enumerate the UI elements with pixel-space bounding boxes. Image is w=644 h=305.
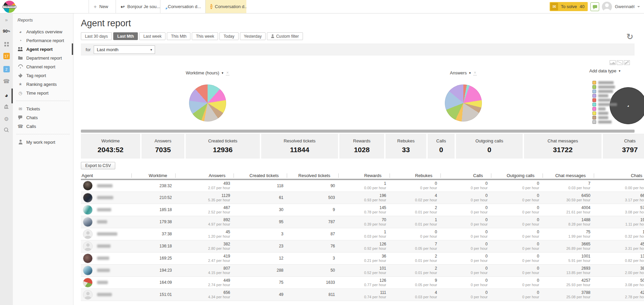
column-header[interactable]: Created tickets xyxy=(234,172,287,179)
line-chart-icon[interactable] xyxy=(617,60,623,65)
tickets-badge[interactable]: 17 xyxy=(0,53,13,59)
sidebar-item[interactable]: Channel report xyxy=(13,62,73,71)
agent-cell[interactable] xyxy=(81,204,131,216)
agent-cell[interactable] xyxy=(81,240,131,252)
table-row[interactable]: 210:52 11295.35 per hour 61 503 1960.93 … xyxy=(81,192,644,204)
legend-item[interactable] xyxy=(592,94,617,98)
user-name[interactable]: Gwennaël xyxy=(615,4,635,9)
agent-cell[interactable] xyxy=(81,192,131,204)
legend-item[interactable] xyxy=(592,115,617,120)
chart-title-text[interactable]: Answers xyxy=(450,70,467,75)
add-data-type-button[interactable]: Add data type ▾ xyxy=(589,68,620,73)
legend-item[interactable] xyxy=(592,111,617,115)
legend-item[interactable] xyxy=(592,85,617,89)
period-select[interactable]: Last month ▾ xyxy=(94,45,155,54)
chat-messages-cell: 645030.59 per hour xyxy=(543,192,594,204)
agent-cell[interactable] xyxy=(81,264,131,276)
date-filter-button[interactable]: This Mth xyxy=(167,32,190,40)
sidebar-item[interactable]: Tickets xyxy=(13,104,73,113)
ticket-tab[interactable]: + ↩ 1 Conversation d... xyxy=(205,0,246,13)
ticket-tab[interactable]: + ↩ Conversation d... xyxy=(160,0,205,13)
legend-item[interactable] xyxy=(592,120,617,124)
app-logo[interactable]: CONTRADO xyxy=(0,0,19,13)
table-row[interactable]: 164:09 4492.74 per hour 75 1633 1260.77 … xyxy=(81,276,644,289)
column-header[interactable]: Rebukes xyxy=(390,172,440,179)
column-header[interactable]: Worktime xyxy=(131,172,175,179)
legend-item[interactable] xyxy=(592,80,617,85)
sidebar-item[interactable]: Calls xyxy=(13,122,73,131)
table-row[interactable]: 169:25 4192.47 per hour 12 3 360.21 per … xyxy=(81,252,644,264)
date-filter-button[interactable]: This week xyxy=(192,32,218,40)
date-filter-button[interactable]: Today xyxy=(219,32,238,40)
sidebar-item[interactable]: My work report xyxy=(13,138,73,146)
sidebar-item[interactable]: Performance report xyxy=(13,36,73,45)
expand-rail-icon[interactable]: » xyxy=(0,16,13,23)
agent-cell[interactable] xyxy=(81,276,131,289)
refresh-icon[interactable]: ↻ xyxy=(626,32,633,41)
column-header[interactable]: Chats xyxy=(594,172,644,179)
area-chart-icon[interactable] xyxy=(610,60,616,65)
ticket-tab[interactable]: + ↩ New xyxy=(89,0,116,13)
table-row[interactable]: 151:01 6564.34 per hour 49 811 1110.74 p… xyxy=(81,289,644,301)
sidebar-item[interactable]: Time report xyxy=(13,89,73,97)
chat-button[interactable] xyxy=(590,2,599,11)
zoom-level[interactable]: 90% xyxy=(0,28,13,34)
close-icon[interactable]: × xyxy=(226,70,229,75)
table-row[interactable]: 238:32 4932.07 per hour 118 90 10.00 per… xyxy=(81,179,644,192)
legend-item[interactable] xyxy=(592,98,617,102)
date-filter-button[interactable]: Yesterday xyxy=(240,32,266,40)
agent-cell[interactable] xyxy=(81,252,131,264)
chevron-down-icon[interactable]: ▾ xyxy=(222,71,223,75)
agent-cell[interactable] xyxy=(81,216,131,228)
sidebar-item[interactable]: Department report xyxy=(13,54,73,62)
table-row[interactable]: 194:23 8074.15 per hour 288 50 1010.52 p… xyxy=(81,264,644,276)
date-filter-button[interactable]: Last Mth xyxy=(113,32,138,40)
calls-rail-icon[interactable]: ☎ xyxy=(0,78,13,84)
settings-gear-icon[interactable]: ⚙ xyxy=(0,115,13,122)
export-csv-button[interactable]: Export to CSV xyxy=(81,162,115,169)
table-row[interactable]: 185:18 4672.52 per hour 30 9 1450.78 per… xyxy=(81,204,644,216)
table-row[interactable]: 37:38 451.20 per hour 3 87 10.03 per hou… xyxy=(81,228,644,240)
reports-rail-icon[interactable]: ◕ xyxy=(0,92,13,99)
column-header[interactable]: Chat messages xyxy=(543,172,594,179)
period-value: Last month xyxy=(97,47,118,52)
column-header[interactable]: Answers xyxy=(175,172,234,179)
date-filter-button[interactable]: Last 30 days xyxy=(81,32,112,40)
column-header[interactable]: Resolved tickets xyxy=(287,172,338,179)
legend-item[interactable] xyxy=(592,89,617,94)
agent-cell[interactable] xyxy=(81,179,131,192)
date-filter-button[interactable]: Last week xyxy=(139,32,165,40)
search-rail-icon[interactable] xyxy=(0,127,13,133)
column-header[interactable]: Agent xyxy=(81,172,131,179)
column-header[interactable]: Outgoing calls xyxy=(491,172,543,179)
column-header[interactable]: Rewards xyxy=(338,172,390,179)
table-row[interactable]: 136:18 3822.80 per hour 23 76 1260.92 pe… xyxy=(81,240,644,252)
company-rail-icon[interactable] xyxy=(0,104,13,109)
column-header[interactable]: Calls xyxy=(440,172,491,179)
sidebar-item[interactable]: Agent report xyxy=(13,45,73,54)
sidebar-item[interactable]: Chats xyxy=(13,113,73,122)
worktime-pie-chart[interactable] xyxy=(189,84,226,122)
chevron-down-icon[interactable]: ▾ xyxy=(469,71,471,75)
date-filter-button[interactable]: Custom filter xyxy=(267,32,303,40)
bar-chart-icon[interactable] xyxy=(624,60,630,65)
sidebar-item[interactable]: Tag report xyxy=(13,71,73,80)
answers-cell: 4672.52 per hour xyxy=(175,204,234,216)
chart-title-text[interactable]: Worktime (hours) xyxy=(186,70,219,75)
agent-cell[interactable] xyxy=(81,289,131,301)
horizontal-scrollbar[interactable] xyxy=(81,130,635,133)
user-avatar[interactable] xyxy=(602,2,612,12)
sidebar-item[interactable]: Ranking agents xyxy=(13,80,73,89)
to-solve-button[interactable]: ✉ To solve 40 xyxy=(550,2,588,11)
table-row[interactable]: 179:38 8924.97 per hour 95 787 700.39 pe… xyxy=(81,216,644,228)
answers-pie-chart[interactable] xyxy=(445,84,482,122)
agent-cell[interactable] xyxy=(81,228,131,240)
legend-item[interactable] xyxy=(592,102,617,107)
sidebar-item[interactable]: Analytics overview xyxy=(13,27,73,36)
legend-item[interactable] xyxy=(592,107,617,111)
close-icon[interactable]: × xyxy=(473,70,477,75)
chats-badge[interactable]: 2 xyxy=(0,66,13,72)
ticket-tab[interactable]: + ↩ Bonjour Je sou... xyxy=(116,0,160,13)
dashboard-grid-icon[interactable] xyxy=(0,42,13,46)
user-menu-caret-icon[interactable] xyxy=(637,6,640,9)
